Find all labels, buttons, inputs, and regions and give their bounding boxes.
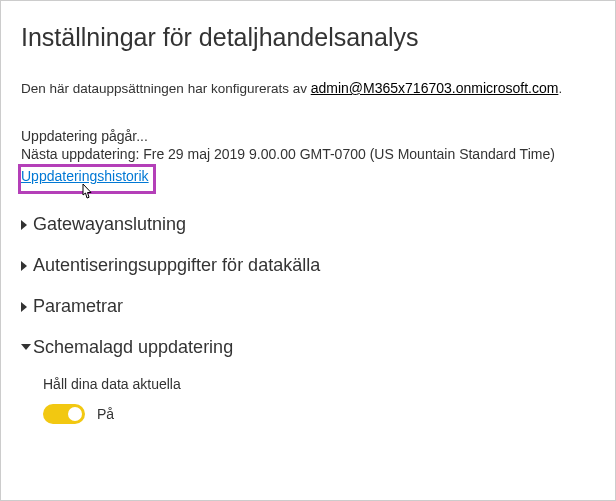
page-title: Inställningar för detaljhandelsanalys [21, 23, 595, 52]
scheduled-content: Håll dina data aktuella På [21, 368, 595, 424]
refresh-history-link[interactable]: Uppdateringshistorik [21, 168, 149, 184]
toggle-row: På [43, 404, 595, 424]
configured-email-link[interactable]: admin@M365x716703.onmicrosoft.com [311, 80, 559, 96]
keep-updated-label: Håll dina data aktuella [43, 376, 595, 392]
section-scheduled[interactable]: Schemalagd uppdatering [21, 327, 595, 368]
section-credentials-title: Autentiseringsuppgifter för datakälla [33, 255, 320, 276]
chevron-right-icon [21, 299, 31, 315]
configured-prefix: Den här datauppsättningen har konfigurer… [21, 81, 311, 96]
section-credentials[interactable]: Autentiseringsuppgifter för datakälla [21, 245, 595, 286]
next-refresh: Nästa uppdatering: Fre 29 maj 2019 9.00.… [21, 146, 595, 162]
cursor-pointer-icon [77, 183, 95, 207]
section-gateway[interactable]: Gatewayanslutning [21, 204, 595, 245]
toggle-knob [68, 407, 82, 421]
configured-suffix: . [558, 81, 562, 96]
keep-updated-toggle[interactable] [43, 404, 85, 424]
toggle-state-label: På [97, 406, 114, 422]
section-parameters-title: Parametrar [33, 296, 123, 317]
refresh-status: Uppdatering pågår... [21, 128, 595, 144]
chevron-down-icon [21, 340, 31, 356]
configured-by-text: Den här datauppsättningen har konfigurer… [21, 80, 595, 96]
section-parameters[interactable]: Parametrar [21, 286, 595, 327]
section-scheduled-title: Schemalagd uppdatering [33, 337, 233, 358]
section-gateway-title: Gatewayanslutning [33, 214, 186, 235]
history-link-highlight: Uppdateringshistorik [18, 164, 156, 194]
chevron-right-icon [21, 258, 31, 274]
chevron-right-icon [21, 217, 31, 233]
